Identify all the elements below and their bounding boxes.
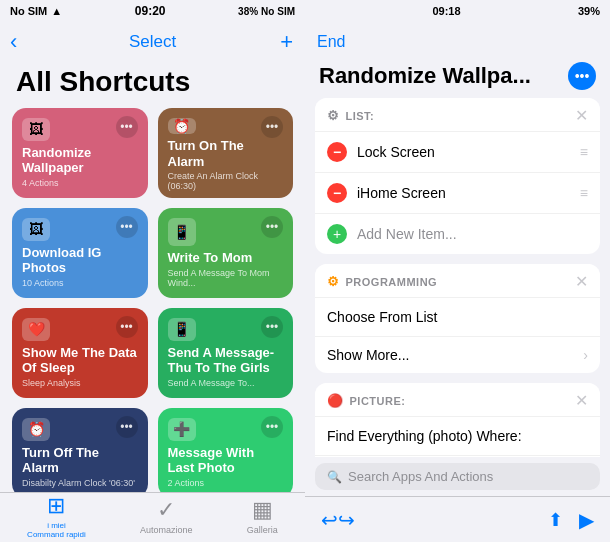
card-subtitle-mom: Send A Message To Mom Wind... [168,268,284,288]
card-download-ig[interactable]: ••• 🖼 Download IG Photos 10 Actions [12,208,148,298]
picture-section: 🔴 PICTURE: ✕ Find Everything (photo) Whe… [315,383,600,457]
nav-select-title[interactable]: Select [129,32,176,52]
list-close-button[interactable]: ✕ [575,106,588,125]
search-bar[interactable]: 🔍 Search Apps And Actions [315,463,600,490]
automazione-label: Automazione [140,525,193,535]
list-label: LIST: [346,110,375,122]
card-send-girls[interactable]: ••• 📱 Send A Message-Thu To The Girls Se… [158,308,294,398]
card-title-ig: Download IG Photos [22,245,138,276]
list-section-header: ⚙ LIST: ✕ [315,98,600,131]
automazione-icon: ✓ [157,497,175,523]
album-row[interactable]: Album: A... Elemento scelto − [315,455,600,457]
play-button[interactable]: ▶ [579,508,594,532]
card-icon-clock: ⏰ [22,418,50,441]
card-icon-ig: 🖼 [22,218,50,241]
left-panel: No SIM ▲ 09:20 38% No SIM ‹ Select + All… [0,0,305,542]
card-menu-dots-8[interactable]: ••• [261,416,283,438]
lock-screen-row: − Lock Screen ≡ [315,131,600,172]
card-menu-dots-7[interactable]: ••• [116,416,138,438]
time-right: 09:18 [432,5,460,17]
drag-handle-home[interactable]: ≡ [580,185,588,201]
card-menu-dots-6[interactable]: ••• [261,316,283,338]
galleria-label: Galleria [247,525,278,535]
show-more-row[interactable]: Show More... › [315,336,600,373]
programming-close-button[interactable]: ✕ [575,272,588,291]
card-write-mom[interactable]: ••• 📱 Write To Mom Send A Message To Mom… [158,208,294,298]
left-bottom-nav: ⊞ i mieiCommand rapidi ✓ Automazione ▦ G… [0,492,305,542]
nav-galleria[interactable]: ▦ Galleria [247,497,278,535]
remove-home-screen-button[interactable]: − [327,183,347,203]
programming-section: ⚙ PROGRAMMING ✕ Choose From List Show Mo… [315,264,600,373]
list-icon: ⚙ [327,108,340,123]
remove-lock-screen-button[interactable]: − [327,142,347,162]
card-subtitle-ig: 10 Actions [22,278,138,288]
shortcuts-grid: ••• 🖼 RandomizeWallpaper 4 Actions ••• ⏰… [0,108,305,492]
card-icon-image: 🖼 [22,118,50,141]
picture-section-title: 🔴 PICTURE: [327,393,405,408]
wifi-icon: ▲ [51,5,62,17]
card-show-sleep[interactable]: ••• ❤️ Show Me The Data Of Sleep Sleep A… [12,308,148,398]
card-title-sleep: Show Me The Data Of Sleep [22,345,138,376]
share-button[interactable]: ⬆ [548,509,563,531]
show-more-text: Show More... [327,347,409,363]
right-content: ⚙ LIST: ✕ − Lock Screen ≡ − iHome Screen… [305,98,610,457]
card-subtitle-girls: Send A Message To... [168,378,284,388]
find-everything-row: Find Everything (photo) Where: [315,416,600,455]
choose-from-list-text: Choose From List [327,309,437,325]
battery-right: 39% [578,5,600,17]
home-screen-text: iHome Screen [357,185,570,201]
right-panel: 09:18 39% End Randomize Wallpa... ••• ⚙ … [305,0,610,542]
back-button[interactable]: ‹ [10,29,17,55]
list-section: ⚙ LIST: ✕ − Lock Screen ≡ − iHome Screen… [315,98,600,254]
nav-plus-button[interactable]: + [280,29,293,55]
card-title-mom: Write To Mom [168,250,284,266]
right-page-title: Randomize Wallpa... [319,63,531,89]
card-title-randomize: RandomizeWallpaper [22,145,138,176]
programming-label: PROGRAMMING [346,276,438,288]
right-title-row: Randomize Wallpa... ••• [305,62,610,98]
end-button[interactable]: End [317,33,345,51]
picture-section-header: 🔴 PICTURE: ✕ [315,383,600,416]
card-icon-alarm: ⏰ [168,118,196,134]
card-menu-dots-5[interactable]: ••• [116,316,138,338]
card-message-photo[interactable]: ••• ➕ Message With Last Photo 2 Actions [158,408,294,492]
drag-handle-lock[interactable]: ≡ [580,144,588,160]
card-turn-off-alarm[interactable]: ••• ⏰ Turn Off The Alarm Disabilty Alarm… [12,408,148,492]
all-shortcuts-title: All Shortcuts [0,62,305,108]
card-menu-dots-4[interactable]: ••• [261,216,283,238]
search-placeholder: Search Apps And Actions [348,469,493,484]
card-icon-girls: 📱 [168,318,196,341]
nav-bar-left: ‹ Select + [0,22,305,62]
card-subtitle-randomize: 4 Actions [22,178,138,188]
left-status: No SIM ▲ [10,5,62,17]
card-menu-dots[interactable]: ••• [116,116,138,138]
status-bar-right: 09:18 39% [305,0,610,22]
galleria-icon: ▦ [252,497,273,523]
card-turn-on-alarm[interactable]: ••• ⏰ Turn On TheAlarm Create An Alarm C… [158,108,294,198]
add-new-item-row: + Add New Item... [315,213,600,254]
choose-from-list-row[interactable]: Choose From List [315,297,600,336]
card-randomize-wallpaper[interactable]: ••• 🖼 RandomizeWallpaper 4 Actions [12,108,148,198]
programming-section-header: ⚙ PROGRAMMING ✕ [315,264,600,297]
nav-automazione[interactable]: ✓ Automazione [140,497,193,535]
programming-section-title: ⚙ PROGRAMMING [327,274,437,289]
add-new-item-button[interactable]: + [327,224,347,244]
card-menu-dots-2[interactable]: ••• [261,116,283,138]
redo-button[interactable]: ↪ [338,508,355,532]
programming-icon: ⚙ [327,274,340,289]
picture-close-button[interactable]: ✕ [575,391,588,410]
undo-button[interactable]: ↩ [321,508,338,532]
right-status-left: 38% No SIM [238,6,295,17]
nav-command-rapidi[interactable]: ⊞ i mieiCommand rapidi [27,493,86,539]
more-button[interactable]: ••• [568,62,596,90]
card-menu-dots-3[interactable]: ••• [116,216,138,238]
list-section-title: ⚙ LIST: [327,108,374,123]
find-everything-text: Find Everything (photo) Where: [327,428,522,444]
picture-label: PICTURE: [350,395,406,407]
card-subtitle-photo: 2 Actions [168,478,284,488]
card-subtitle-sleep: Sleep Analysis [22,378,138,388]
search-icon: 🔍 [327,470,342,484]
home-screen-row: − iHome Screen ≡ [315,172,600,213]
chevron-right-icon: › [583,347,588,363]
command-rapidi-label: i mieiCommand rapidi [27,521,86,539]
